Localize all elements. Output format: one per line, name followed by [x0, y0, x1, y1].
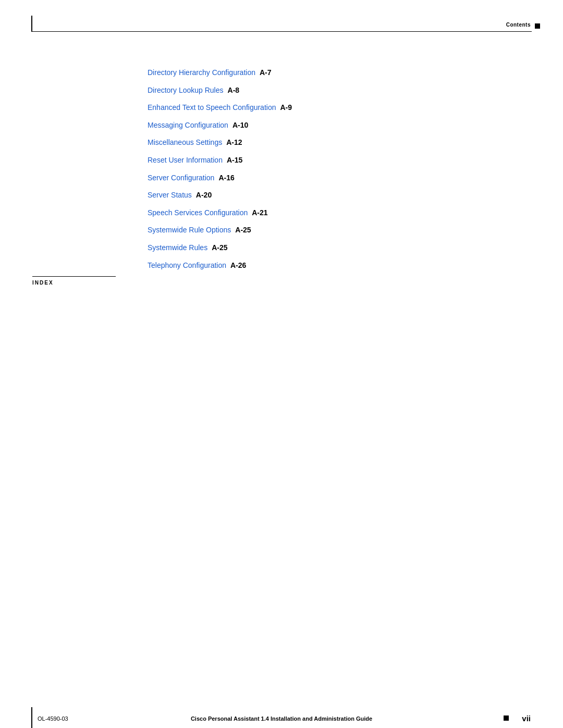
- toc-page-reset-user: A-15: [227, 155, 242, 166]
- toc-page-server-config: A-16: [218, 173, 234, 183]
- toc-link-server-config[interactable]: Server Configuration: [148, 173, 214, 183]
- toc-page-speech-services: A-21: [252, 208, 267, 218]
- toc-entry-server-config: Server ConfigurationA-16: [148, 173, 292, 183]
- toc-page-enhanced-tts: A-9: [280, 103, 292, 113]
- toc-link-dir-hierarchy[interactable]: Directory Hierarchy Configuration: [148, 68, 255, 78]
- footer-right-text: vii: [522, 714, 531, 723]
- toc-entry-systemwide-rules: Systemwide RulesA-25: [148, 243, 292, 253]
- index-section: Index: [32, 276, 116, 286]
- toc-page-dir-hierarchy: A-7: [260, 68, 272, 78]
- toc-page-systemwide-rules: A-25: [212, 243, 227, 253]
- toc-entry-dir-hierarchy: Directory Hierarchy ConfigurationA-7: [148, 68, 292, 78]
- footer-right-square-icon: [504, 715, 509, 721]
- toc-entry-reset-user: Reset User InformationA-15: [148, 155, 292, 166]
- toc-entry-misc-settings: Miscellaneous SettingsA-12: [148, 138, 292, 148]
- bottom-left-bar: [31, 707, 32, 728]
- toc-entry-enhanced-tts: Enhanced Text to Speech ConfigurationA-9: [148, 103, 292, 113]
- toc-link-misc-settings[interactable]: Miscellaneous Settings: [148, 138, 222, 148]
- toc-page-messaging-config: A-10: [232, 120, 248, 131]
- index-label: Index: [32, 280, 116, 286]
- toc-link-server-status[interactable]: Server Status: [148, 190, 192, 201]
- index-divider: [32, 276, 116, 277]
- toc-container: Directory Hierarchy ConfigurationA-7Dire…: [148, 68, 292, 278]
- toc-entry-messaging-config: Messaging ConfigurationA-10: [148, 120, 292, 131]
- contents-label: Contents: [506, 22, 531, 28]
- toc-link-enhanced-tts[interactable]: Enhanced Text to Speech Configuration: [148, 103, 276, 113]
- toc-entry-server-status: Server StatusA-20: [148, 190, 292, 201]
- toc-link-systemwide-rule-options[interactable]: Systemwide Rule Options: [148, 225, 231, 236]
- toc-link-dir-lookup[interactable]: Directory Lookup Rules: [148, 85, 224, 96]
- toc-link-reset-user[interactable]: Reset User Information: [148, 155, 223, 166]
- footer-center-text: Cisco Personal Assistant 1.4 Installatio…: [191, 715, 372, 722]
- top-border: [31, 31, 532, 32]
- toc-page-telephony-config: A-26: [230, 261, 246, 271]
- toc-entry-telephony-config: Telephony ConfigurationA-26: [148, 261, 292, 271]
- toc-page-dir-lookup: A-8: [228, 85, 240, 96]
- toc-entry-systemwide-rule-options: Systemwide Rule OptionsA-25: [148, 225, 292, 236]
- toc-entry-speech-services: Speech Services ConfigurationA-21: [148, 208, 292, 218]
- footer-left-text: OL-4590-03: [38, 715, 68, 722]
- toc-link-messaging-config[interactable]: Messaging Configuration: [148, 120, 228, 131]
- toc-page-server-status: A-20: [196, 190, 212, 201]
- contents-square-icon: [535, 23, 540, 29]
- toc-page-misc-settings: A-12: [226, 138, 242, 148]
- toc-entry-dir-lookup: Directory Lookup RulesA-8: [148, 85, 292, 96]
- toc-page-systemwide-rule-options: A-25: [235, 225, 251, 236]
- toc-link-speech-services[interactable]: Speech Services Configuration: [148, 208, 248, 218]
- toc-link-systemwide-rules[interactable]: Systemwide Rules: [148, 243, 207, 253]
- toc-link-telephony-config[interactable]: Telephony Configuration: [148, 261, 226, 271]
- left-top-bar: [31, 16, 32, 31]
